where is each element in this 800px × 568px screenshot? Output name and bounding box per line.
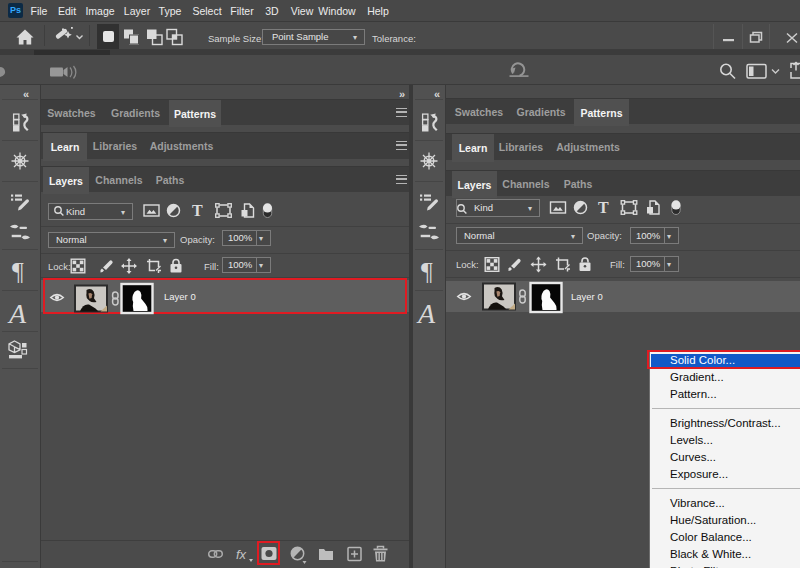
svg-text:A: A: [7, 298, 27, 329]
svg-text:T: T: [192, 202, 203, 219]
svg-text:A: A: [416, 298, 436, 329]
svg-text:T: T: [598, 199, 609, 216]
svg-text:¶: ¶: [12, 257, 24, 286]
svg-text:fx: fx: [236, 547, 247, 562]
svg-text:¶: ¶: [421, 257, 433, 286]
